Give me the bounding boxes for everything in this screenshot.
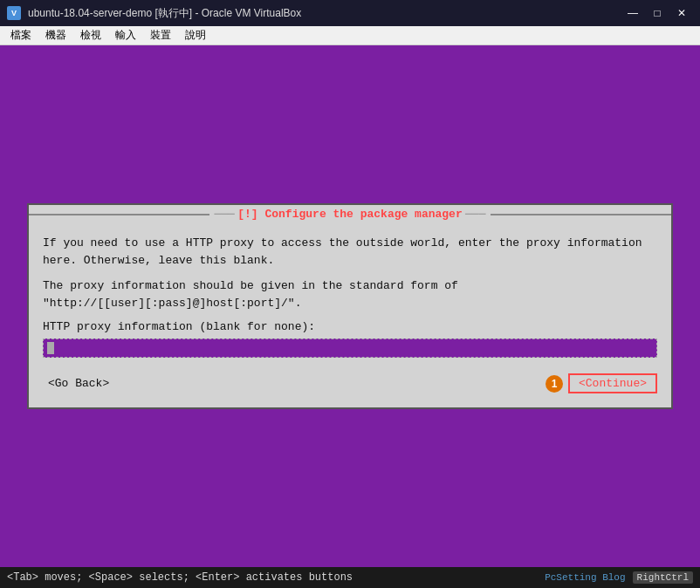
status-bar: <Tab> moves; <Space> selects; <Enter> ac… bbox=[0, 567, 700, 588]
close-button[interactable]: ✕ bbox=[670, 4, 693, 22]
dialog-body: If you need to use a HTTP proxy to acces… bbox=[29, 222, 671, 407]
rightctrl-badge: RightCtrl bbox=[633, 571, 693, 584]
proxy-cursor bbox=[47, 342, 54, 354]
proxy-label: HTTP proxy information (blank for none): bbox=[43, 320, 657, 333]
menu-machine[interactable]: 機器 bbox=[38, 26, 73, 44]
dialog-text-2: The proxy information should be given in… bbox=[43, 277, 657, 311]
title-bar: V ubuntu-18.04-server-demo [執行中] - Oracl… bbox=[0, 0, 700, 26]
status-text: <Tab> moves; <Space> selects; <Enter> ac… bbox=[7, 571, 353, 584]
window-title: ubuntu-18.04-server-demo [執行中] - Oracle … bbox=[28, 6, 301, 21]
continue-button[interactable]: <Continue> bbox=[568, 373, 657, 393]
menu-bar: 檔案 機器 檢視 輸入 裝置 說明 bbox=[0, 26, 700, 45]
maximize-button[interactable]: □ bbox=[646, 4, 669, 22]
status-right: PcSetting Blog RightCtrl bbox=[545, 571, 693, 584]
app-icon: V bbox=[7, 6, 21, 20]
menu-file[interactable]: 檔案 bbox=[3, 26, 38, 44]
minimize-button[interactable]: — bbox=[621, 4, 644, 22]
menu-view[interactable]: 檢視 bbox=[73, 26, 108, 44]
menu-devices[interactable]: 裝置 bbox=[143, 26, 178, 44]
vm-display: ─── [!] Configure the package manager ──… bbox=[0, 45, 700, 567]
proxy-input-field[interactable] bbox=[43, 338, 657, 358]
continue-wrapper: 1 <Continue> bbox=[546, 373, 657, 393]
go-back-button[interactable]: <Go Back> bbox=[43, 375, 114, 392]
watermark-text: PcSetting Blog bbox=[545, 572, 625, 583]
window-controls: — □ ✕ bbox=[621, 4, 693, 22]
dialog-text-1: If you need to use a HTTP proxy to acces… bbox=[43, 235, 657, 269]
menu-input[interactable]: 輸入 bbox=[108, 26, 143, 44]
dialog-title: ─── [!] Configure the package manager ──… bbox=[209, 208, 491, 221]
configure-package-manager-dialog: ─── [!] Configure the package manager ──… bbox=[27, 203, 673, 409]
dialog-title-wrapper: ─── [!] Configure the package manager ──… bbox=[29, 205, 671, 222]
continue-badge: 1 bbox=[546, 375, 563, 393]
menu-help[interactable]: 說明 bbox=[178, 26, 213, 44]
dialog-buttons-row: <Go Back> 1 <Continue> bbox=[43, 370, 657, 399]
